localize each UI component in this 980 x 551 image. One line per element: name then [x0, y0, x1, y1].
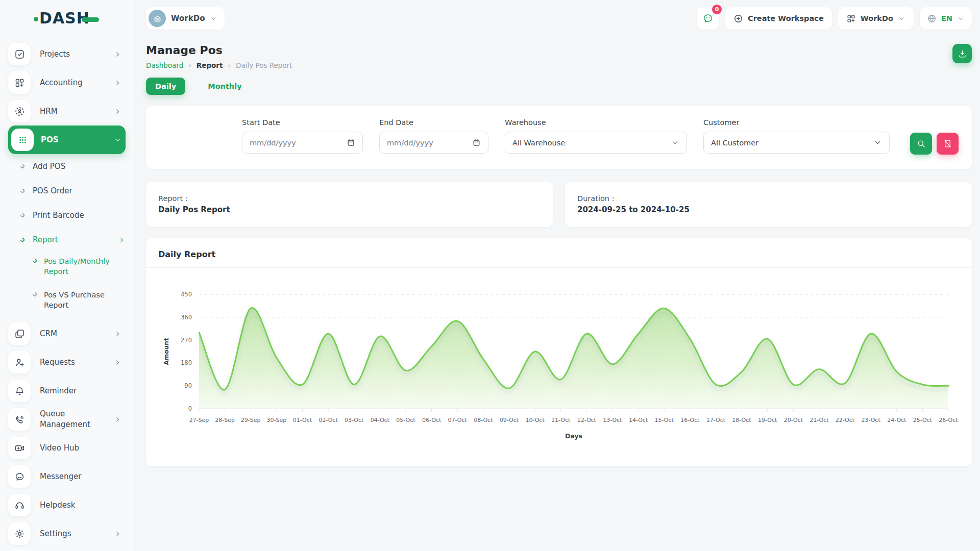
chart-header: Daily Report — [146, 238, 972, 268]
duration-label: Duration : — [577, 194, 960, 203]
chevron-right-icon — [114, 359, 121, 366]
logo-bar-icon — [82, 17, 99, 22]
tab-monthly[interactable]: Monthly — [199, 78, 251, 95]
bullet-icon — [32, 258, 37, 263]
svg-text:180: 180 — [181, 359, 192, 366]
svg-text:25-Oct: 25-Oct — [913, 417, 933, 423]
apply-filter-button[interactable] — [910, 133, 932, 155]
chevron-down-icon — [210, 15, 217, 22]
customer-select[interactable]: All Customer — [703, 132, 890, 154]
tab-daily[interactable]: Daily — [146, 78, 185, 95]
sidebar-item-helpdesk[interactable]: Helpdesk — [8, 491, 126, 519]
create-workspace-button[interactable]: Create Workspace — [725, 7, 832, 30]
sidebar-item-report[interactable]: Report — [8, 228, 126, 252]
daily-report-chart-card: Daily Report 09018027036045027-Sep28-Sep… — [146, 238, 972, 466]
workspace-selector[interactable]: WorkDo — [146, 7, 225, 30]
breadcrumb-dashboard[interactable]: Dashboard — [146, 61, 183, 69]
svg-text:05-Oct: 05-Oct — [396, 417, 415, 423]
topbar-right: 0 Create Workspace WorkDo EN — [697, 7, 972, 30]
top-header: WorkDo 0 Create Workspace WorkDo — [134, 0, 980, 37]
download-icon — [958, 49, 967, 59]
sidebar-item-pos-daily-monthly-report[interactable]: Pos Daily/Monthly Report — [8, 252, 126, 286]
search-icon — [916, 139, 926, 148]
chart-canvas[interactable]: 09018027036045027-Sep28-Sep29-Sep30-Sep0… — [146, 268, 972, 456]
sidebar-item-label: Report — [33, 235, 58, 245]
sidebar-item-pos[interactable]: POS — [8, 126, 126, 154]
svg-text:360: 360 — [181, 314, 192, 321]
svg-text:450: 450 — [181, 291, 192, 298]
svg-text:29-Sep: 29-Sep — [241, 417, 261, 423]
reset-filter-button[interactable] — [937, 133, 959, 155]
chevron-down-icon — [957, 15, 965, 22]
svg-text:16-Oct: 16-Oct — [680, 417, 700, 423]
sidebar-item-queue-management[interactable]: Queue Management — [8, 405, 126, 434]
page-content: Manage Pos Dashboard › Report › Daily Po… — [134, 37, 980, 466]
calendar-icon — [472, 138, 481, 147]
chevron-right-icon — [118, 236, 126, 244]
messages-button[interactable]: 0 — [697, 7, 719, 30]
bullet-icon — [19, 237, 25, 242]
reminder-icon — [8, 380, 31, 402]
sidebar-item-requests[interactable]: Requests — [8, 348, 126, 377]
customer-label: Customer — [703, 118, 890, 127]
warehouse-select[interactable]: All Warehouse — [505, 132, 687, 154]
sidebar-item-messenger[interactable]: Messenger — [8, 462, 126, 491]
end-date-input[interactable]: mm/dd/yyyy — [379, 132, 488, 154]
crm-icon — [8, 322, 31, 345]
page-title: Manage Pos — [146, 44, 292, 57]
reset-icon — [943, 139, 952, 148]
helpdesk-icon — [8, 494, 31, 516]
start-date-input[interactable]: mm/dd/yyyy — [242, 132, 363, 154]
breadcrumb-report[interactable]: Report — [197, 61, 223, 69]
sidebar-item-pos-order[interactable]: POS Order — [8, 179, 126, 203]
account-menu[interactable]: WorkDo — [838, 7, 914, 30]
sidebar-item-add-pos[interactable]: Add POS — [8, 154, 126, 179]
video-hub-icon — [8, 437, 31, 459]
message-icon — [702, 13, 714, 24]
svg-text:28-Sep: 28-Sep — [215, 417, 235, 423]
workspace-avatar — [149, 10, 166, 27]
chevron-right-icon — [114, 51, 121, 58]
svg-text:12-Oct: 12-Oct — [577, 417, 597, 423]
breadcrumb: Dashboard › Report › Daily Pos Report — [146, 61, 292, 69]
sidebar-item-label: Queue Management — [40, 409, 114, 430]
accounting-icon — [8, 71, 31, 94]
chevron-down-icon — [114, 136, 121, 144]
download-report-button[interactable] — [952, 44, 972, 63]
svg-text:27-Sep: 27-Sep — [189, 417, 209, 423]
settings-icon — [8, 522, 31, 545]
sidebar-item-crm[interactable]: CRM — [8, 319, 126, 348]
globe-icon — [927, 14, 937, 23]
svg-text:19-Oct: 19-Oct — [758, 417, 777, 423]
logo-row: DASH — [0, 0, 134, 37]
building-icon — [153, 14, 162, 23]
sidebar-item-label: Messenger — [40, 471, 81, 482]
svg-text:270: 270 — [181, 337, 192, 344]
language-selector[interactable]: EN — [920, 7, 972, 30]
sidebar-item-label: POS Order — [33, 186, 72, 196]
sidebar-item-hrm[interactable]: HRM — [8, 97, 126, 126]
sidebar: DASH ProjectsAccountingHRMPOSAdd POSPOS … — [0, 0, 134, 551]
sidebar-item-label: Add POS — [33, 161, 65, 172]
svg-text:15-Oct: 15-Oct — [655, 417, 674, 423]
sidebar-item-label: Print Barcode — [33, 210, 84, 221]
sidebar-item-projects[interactable]: Projects — [8, 40, 126, 68]
svg-text:18-Oct: 18-Oct — [732, 417, 751, 423]
sidebar-item-settings[interactable]: Settings — [8, 519, 126, 548]
sidebar-item-label: HRM — [40, 106, 58, 117]
sidebar-item-accounting[interactable]: Accounting — [8, 68, 126, 97]
sidebar-item-reminder[interactable]: Reminder — [8, 377, 126, 405]
sidebar-item-video-hub[interactable]: Video Hub — [8, 434, 126, 462]
brand-logo[interactable]: DASH — [34, 11, 99, 26]
svg-text:22-Oct: 22-Oct — [836, 417, 855, 423]
filter-card: Start Date mm/dd/yyyy End Date mm/dd/yyy… — [146, 106, 972, 169]
sidebar-item-pos-vs-purchase-report[interactable]: Pos VS Purchase Report — [8, 286, 126, 319]
requests-icon — [8, 351, 31, 373]
sidebar-item-print-barcode[interactable]: Print Barcode — [8, 203, 126, 228]
svg-text:11-Oct: 11-Oct — [551, 417, 571, 423]
end-date-placeholder: mm/dd/yyyy — [387, 139, 433, 147]
daily-report-chart[interactable]: 09018027036045027-Sep28-Sep29-Sep30-Sep0… — [158, 276, 960, 456]
sidebar-item-label: Settings — [40, 529, 71, 539]
warehouse-label: Warehouse — [505, 118, 687, 127]
chevron-right-icon — [114, 330, 121, 338]
